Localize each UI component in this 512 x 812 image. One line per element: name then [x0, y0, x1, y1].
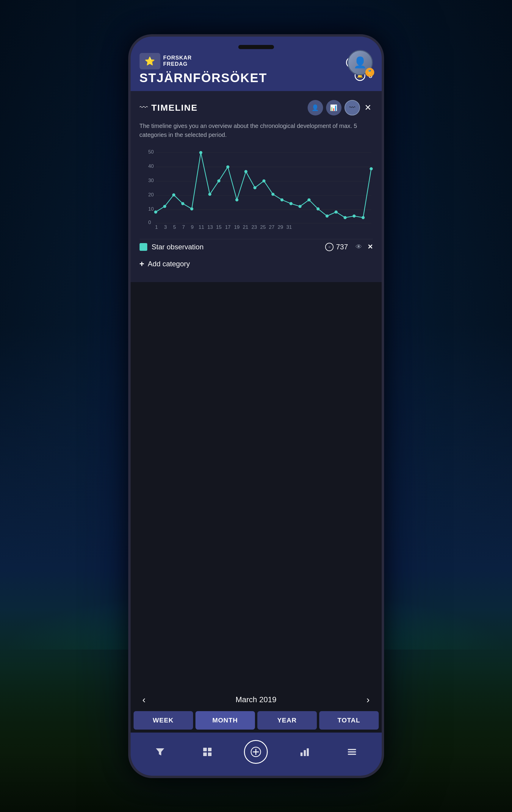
y-label-20: 20	[148, 192, 154, 198]
panel-title-area: 〰 TIMELINE	[140, 103, 198, 113]
svg-rect-8	[208, 748, 212, 751]
filter-nav-button[interactable]	[150, 742, 171, 762]
svg-rect-16	[307, 748, 309, 756]
x-label-27: 27	[269, 224, 274, 230]
dot-13	[262, 179, 265, 182]
remove-legend-item-icon[interactable]: ✕	[367, 243, 373, 251]
svg-rect-7	[203, 748, 207, 751]
logo-icon: ⭐	[140, 53, 160, 69]
app-content: 〰 TIMELINE 👤 📊 〰 ✕ The timeline gives yo…	[130, 91, 382, 776]
period-tabs: WEEK MONTH YEAR TOTAL	[130, 711, 382, 732]
next-period-button[interactable]: ›	[366, 694, 370, 705]
timeline-view-button[interactable]: 〰	[344, 100, 360, 115]
logo-text-block: FORSKARFREDAG	[163, 55, 192, 67]
header-left: ⭐ FORSKARFREDAG STJÄRNFÖRSÖKET	[140, 53, 267, 85]
x-label-9: 9	[191, 224, 193, 230]
phone-speaker	[238, 45, 274, 49]
legend-item-actions: 👁 ✕	[356, 243, 373, 251]
y-label-10: 10	[148, 206, 154, 212]
x-label-15: 15	[216, 224, 222, 230]
add-observation-button[interactable]	[244, 740, 268, 764]
barchart-icon	[299, 747, 310, 757]
app-title: STJÄRNFÖRSÖKET	[140, 71, 267, 85]
legend-area: Star observation ○ 737 👁 ✕ + Add categor…	[140, 236, 373, 276]
add-category-label: Add category	[148, 260, 190, 268]
svg-rect-18	[348, 751, 356, 753]
observation-count-icon: ○	[325, 243, 333, 251]
dot-10	[235, 198, 238, 201]
y-label-50: 50	[148, 149, 154, 154]
list-icon	[202, 747, 213, 757]
volume-up-button[interactable]	[128, 141, 129, 165]
dot-8	[217, 179, 220, 182]
x-label-11: 11	[199, 224, 204, 230]
dot-12	[253, 186, 256, 189]
add-category-icon: +	[140, 259, 144, 269]
x-label-7: 7	[182, 224, 185, 230]
timeline-chart: 50 40 30 20 10 0	[140, 147, 373, 230]
visibility-toggle-icon[interactable]: 👁	[356, 243, 362, 251]
x-label-25: 25	[260, 224, 266, 230]
dot-17	[298, 205, 301, 208]
svg-rect-15	[304, 750, 306, 756]
x-label-5: 5	[173, 224, 176, 230]
dot-7	[208, 193, 211, 196]
legend-item-name: Star observation	[152, 243, 321, 251]
menu-icon	[347, 747, 357, 757]
dot-9	[226, 165, 229, 168]
prev-period-button[interactable]: ‹	[143, 694, 146, 705]
panel-actions: 👤 📊 〰 ✕	[308, 100, 373, 115]
volume-down-button[interactable]	[128, 173, 129, 197]
dot-21	[334, 210, 337, 213]
x-label-21: 21	[243, 224, 248, 230]
dot-25	[369, 167, 372, 170]
tab-year[interactable]: YEAR	[257, 711, 317, 730]
svg-rect-14	[300, 753, 303, 756]
y-label-30: 30	[148, 178, 154, 183]
dot-16	[289, 202, 292, 205]
tab-week[interactable]: WEEK	[133, 711, 193, 730]
tab-month[interactable]: MONTH	[195, 711, 255, 730]
x-label-23: 23	[251, 224, 257, 230]
dot-22	[343, 216, 346, 219]
panel-title: TIMELINE	[151, 103, 198, 113]
list-nav-button[interactable]	[197, 742, 218, 762]
panel-header: 〰 TIMELINE 👤 📊 〰 ✕	[140, 100, 373, 115]
legend-item-star-observation: Star observation ○ 737 👁 ✕	[140, 239, 373, 255]
power-button[interactable]	[384, 162, 384, 197]
current-period-label: March 2019	[236, 695, 276, 704]
tab-total[interactable]: TOTAL	[319, 711, 379, 730]
phone-frame: ⭐ FORSKARFREDAG STJÄRNFÖRSÖKET ○ 737 🔔 0…	[128, 34, 384, 778]
svg-rect-17	[348, 749, 356, 750]
dot-24	[361, 216, 364, 219]
dot-14	[271, 193, 274, 196]
logo-top-text: FORSKARFREDAG	[163, 55, 192, 67]
dot-3	[172, 193, 175, 196]
x-label-31: 31	[286, 224, 292, 230]
dot-18	[307, 198, 310, 201]
add-category-button[interactable]: + Add category	[140, 255, 373, 273]
dot-2	[163, 205, 166, 208]
dot-11	[244, 170, 247, 173]
svg-rect-9	[203, 753, 207, 756]
y-label-40: 40	[148, 163, 154, 169]
empty-space	[130, 282, 382, 688]
stats-nav-button[interactable]	[294, 742, 315, 762]
logo-area: ⭐ FORSKARFREDAG	[140, 53, 267, 69]
menu-nav-button[interactable]	[341, 742, 362, 762]
avatar-area[interactable]: 👤 🏅	[348, 50, 374, 77]
legend-color-indicator	[140, 243, 147, 251]
profile-view-button[interactable]: 👤	[308, 100, 323, 115]
dot-4	[181, 202, 184, 205]
filter-icon	[155, 747, 165, 757]
y-label-0: 0	[148, 220, 151, 225]
dot-6	[199, 151, 202, 154]
x-label-29: 29	[277, 224, 283, 230]
timeline-icon: 〰	[140, 103, 148, 113]
stats-view-button[interactable]: 📊	[326, 100, 341, 115]
close-panel-button[interactable]: ✕	[363, 101, 373, 114]
x-label-19: 19	[234, 224, 240, 230]
x-label-17: 17	[225, 224, 231, 230]
observation-count-value: 737	[336, 243, 348, 251]
x-label-3: 3	[164, 224, 167, 230]
